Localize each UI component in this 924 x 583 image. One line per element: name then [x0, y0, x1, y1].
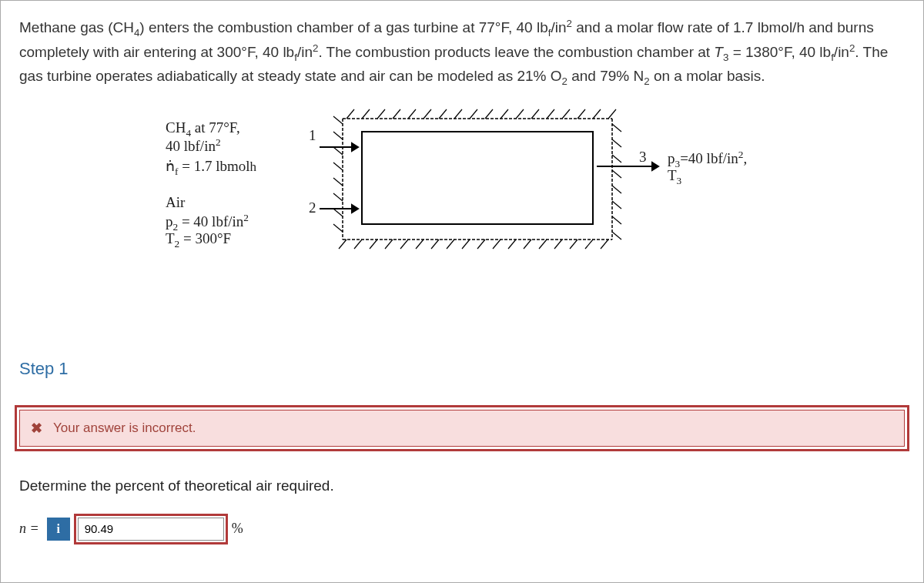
svg-line-54 [612, 216, 621, 224]
svg-line-55 [612, 232, 621, 240]
feedback-banner: ✖ Your answer is incorrect. [19, 410, 905, 447]
info-icon[interactable]: i [47, 518, 70, 541]
svg-line-24 [370, 240, 377, 249]
svg-line-4 [346, 109, 354, 119]
svg-line-51 [612, 170, 621, 178]
svg-line-46 [333, 209, 343, 216]
svg-line-43 [333, 163, 343, 170]
stream2-line3: T2 = 300°F [166, 230, 231, 250]
svg-line-45 [333, 193, 343, 201]
svg-line-47 [333, 224, 343, 232]
svg-marker-60 [352, 205, 358, 213]
svg-line-39 [601, 240, 608, 249]
svg-line-8 [408, 109, 416, 119]
svg-line-21 [608, 109, 616, 119]
stream1-num: 1 [309, 126, 316, 146]
feedback-text: Your answer is incorrect. [53, 420, 196, 436]
svg-line-34 [524, 240, 531, 249]
svg-line-17 [547, 109, 554, 119]
svg-line-26 [400, 240, 408, 249]
svg-line-31 [477, 240, 485, 249]
svg-line-37 [570, 240, 578, 249]
svg-line-10 [439, 109, 447, 119]
svg-line-52 [612, 186, 621, 193]
combustor-diagram [320, 105, 797, 259]
stream2-num: 2 [309, 199, 316, 218]
question-text: Determine the percent of theoretical air… [19, 477, 905, 494]
svg-line-25 [385, 240, 393, 249]
svg-line-12 [470, 109, 477, 119]
svg-line-40 [333, 116, 343, 124]
svg-line-53 [612, 201, 621, 209]
step-title: Step 1 [19, 359, 905, 379]
stream1-line2: 40 lbf/in2 [166, 136, 221, 156]
problem-statement: Methane gas (CH4) enters the combustion … [19, 16, 905, 89]
svg-line-27 [416, 240, 424, 249]
svg-line-35 [539, 240, 547, 249]
svg-line-11 [454, 109, 462, 119]
incorrect-icon: ✖ [31, 420, 42, 437]
svg-line-33 [508, 240, 516, 249]
svg-line-18 [562, 109, 570, 119]
svg-line-44 [333, 178, 343, 186]
svg-line-14 [500, 109, 508, 119]
svg-line-16 [531, 109, 539, 119]
svg-line-32 [493, 240, 500, 249]
svg-line-20 [593, 109, 601, 119]
svg-line-49 [612, 139, 621, 147]
stream2-line1: Air [166, 193, 185, 213]
svg-rect-56 [362, 132, 593, 224]
svg-line-28 [431, 240, 439, 249]
svg-line-50 [612, 155, 621, 163]
svg-line-41 [333, 132, 343, 139]
answer-variable: n = [19, 521, 39, 537]
svg-line-23 [354, 240, 362, 249]
page-container: Methane gas (CH4) enters the combustion … [0, 0, 924, 583]
svg-line-29 [447, 240, 454, 249]
svg-line-6 [377, 109, 385, 119]
svg-line-9 [424, 109, 431, 119]
svg-line-15 [516, 109, 524, 119]
svg-marker-62 [652, 163, 658, 170]
svg-line-22 [339, 240, 346, 249]
answer-input[interactable] [78, 518, 224, 541]
figure: CH4 at 77°F, 40 lbf/in2 ṅf = 1.7 lbmolh … [166, 112, 905, 282]
stream1-line3: ṅf = 1.7 lbmolh [166, 157, 256, 178]
svg-marker-58 [352, 143, 358, 151]
svg-line-42 [333, 147, 343, 155]
svg-line-5 [362, 109, 370, 119]
svg-line-48 [612, 124, 621, 132]
svg-line-13 [485, 109, 493, 119]
answer-unit: % [232, 521, 243, 537]
answer-row: n = i % [19, 518, 905, 541]
svg-line-7 [393, 109, 400, 119]
svg-line-38 [585, 240, 593, 249]
svg-line-30 [462, 240, 470, 249]
svg-line-36 [554, 240, 562, 249]
svg-line-19 [578, 109, 585, 119]
